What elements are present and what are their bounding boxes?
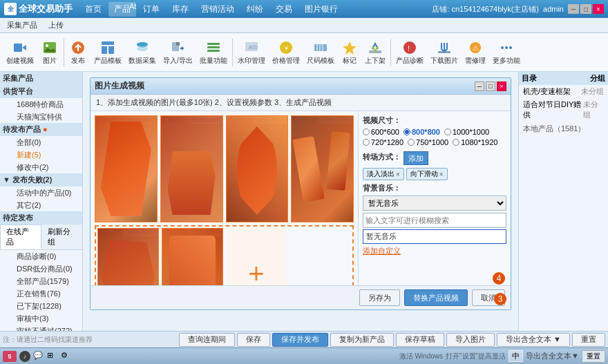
add-custom-music[interactable]: 添加自定义 xyxy=(363,246,506,256)
sidebar-dsr[interactable]: DSR低分商品(0) xyxy=(10,262,82,275)
tag-fade-close[interactable]: × xyxy=(396,171,400,178)
rs-item-2[interactable]: 适合对节日DIY赠供 未分组 xyxy=(519,98,608,122)
svg-text:⚠: ⚠ xyxy=(473,44,479,52)
sidebar-fail-header[interactable]: ▼ 发布失败(2) xyxy=(0,173,82,186)
activate-settings-link[interactable]: 打开"设置"提高显活 xyxy=(446,352,506,361)
tab-refresh-group[interactable]: 刷新分组 xyxy=(41,224,83,249)
toolbar2-collect[interactable]: 采集产品 xyxy=(3,19,41,31)
tb-image[interactable]: 图片 xyxy=(37,38,62,67)
sidebar-all-products[interactable]: 全部产品(1579) xyxy=(10,275,82,287)
sidebar-offline[interactable]: 已下架(1228) xyxy=(10,300,82,312)
sidebar-other[interactable]: 其它(2) xyxy=(10,199,82,211)
tb-publish[interactable]: 发布 xyxy=(66,38,91,67)
transition-add-btn[interactable]: 添加 xyxy=(403,151,428,165)
size-1080[interactable]: 1080*1920 xyxy=(453,138,497,146)
admin-name[interactable]: admin xyxy=(543,5,564,13)
more-icon xyxy=(498,39,515,56)
tb-create-video[interactable]: 创建视频 xyxy=(3,38,37,67)
rs-title-right: 分组 xyxy=(590,73,605,84)
size-800[interactable]: 800*800 xyxy=(403,128,440,136)
tb-more[interactable]: 更多功能 xyxy=(489,38,524,67)
close-btn[interactable]: × xyxy=(593,4,604,14)
sidebar-waiting-header[interactable]: 待发布产品 ● xyxy=(0,123,82,136)
img-cell-4[interactable]: ©JIN 1000×1000 xyxy=(291,115,354,222)
taskbar-chat-icon[interactable]: 💬 xyxy=(33,351,44,362)
tag-fade[interactable]: 淡入淡出 × xyxy=(363,168,404,180)
tb-repair[interactable]: ⚠ 需修理 xyxy=(462,38,489,67)
save-publish-btn[interactable]: 保存并发布 xyxy=(272,333,328,347)
tb-batch[interactable]: 批量功能 xyxy=(196,38,231,67)
nav-inventory[interactable]: 库存 xyxy=(167,2,194,17)
size-720[interactable]: 720*1280 xyxy=(363,138,403,146)
size-750[interactable]: 750*1000 xyxy=(408,138,448,146)
import-image-btn[interactable]: 导入图片 xyxy=(446,333,495,347)
tag-slide-close[interactable]: × xyxy=(439,171,444,178)
rs-item-1[interactable]: 机壳/变速框架 未分组 xyxy=(519,85,608,98)
img-cell-5[interactable]: ©JIN 1000×1000 xyxy=(97,228,159,285)
size-1000[interactable]: 1000*1000 xyxy=(444,128,489,136)
sidebar-diagnosis[interactable]: 商品诊断(0) xyxy=(10,250,82,262)
store-name: 店铺: cn154124674blyk(主店铺) xyxy=(432,4,539,15)
taskbar-settings-icon[interactable]: ⚙ xyxy=(61,351,72,362)
img-cell-3[interactable]: ©JIN 1000×1000 xyxy=(226,115,289,222)
tb-data-collect[interactable]: 数据采集 xyxy=(125,38,160,67)
img-cell-2[interactable]: ©JIN 1000×1000 xyxy=(160,115,223,222)
tb-watermark[interactable]: 水印 水印管理 xyxy=(234,38,269,67)
copy-product-btn[interactable]: 复制为新产品 xyxy=(330,333,394,347)
tag-slide[interactable]: 向下滑动 × xyxy=(406,168,448,180)
sidebar-collect-header[interactable]: 采集产品 xyxy=(0,72,82,85)
img-cell-6[interactable]: ©JIN 1000×1000 xyxy=(162,228,223,285)
sidebar-supply-header[interactable]: 供货平台 xyxy=(0,85,82,98)
nav-marketing[interactable]: 营销活动 xyxy=(196,2,240,17)
toolbar2-upload[interactable]: 上传 xyxy=(44,19,68,31)
sidebar-active-product[interactable]: 活动中的产品(0) xyxy=(10,186,82,199)
save-btn[interactable]: 保存 xyxy=(237,333,270,347)
nav-dispute[interactable]: 纠纷 xyxy=(241,2,269,17)
sidebar-1688[interactable]: 1688特价商品 xyxy=(10,98,82,111)
sidebar-editing[interactable]: 修改中(2) xyxy=(10,161,82,173)
download-icon xyxy=(436,39,453,56)
dialog-minimize-btn[interactable]: ─ xyxy=(475,82,484,91)
tb-diagnosis[interactable]: ! 产品诊断 xyxy=(392,38,427,67)
taskbar-reset-btn[interactable]: 重置 xyxy=(582,350,605,363)
tb-mark[interactable]: 标记 xyxy=(338,38,361,67)
tb-download[interactable]: 下载图片 xyxy=(427,38,462,67)
music-list-item-none[interactable]: 暂无音乐 xyxy=(363,230,506,243)
taskbar-language[interactable]: 中 xyxy=(509,350,523,362)
sidebar-new[interactable]: 新建(5) xyxy=(10,149,82,161)
taskbar-grid-icon[interactable]: ⊞ xyxy=(47,351,58,362)
dialog-close-btn[interactable]: × xyxy=(497,82,506,91)
size-600[interactable]: 600*600 xyxy=(363,128,399,136)
minimize-btn[interactable]: ─ xyxy=(568,4,579,14)
img-cell-1[interactable]: ©JIN 1000×1000 xyxy=(95,115,158,222)
reset-btn[interactable]: 重置 xyxy=(572,333,605,347)
taskbar-logo[interactable]: 5 xyxy=(3,351,17,362)
sidebar-all[interactable]: 全部(0) xyxy=(10,136,82,149)
tab-online[interactable]: 在线产品 xyxy=(0,224,41,249)
nav-order[interactable]: 订单 xyxy=(137,2,165,17)
dialog-restore-btn[interactable]: □ xyxy=(486,82,495,91)
nav-image-bank[interactable]: 图片银行 xyxy=(299,2,343,17)
music-search-input[interactable] xyxy=(363,213,506,228)
tb-template[interactable]: 产品模板 xyxy=(91,38,125,67)
save-draft-btn[interactable]: 保存草稿 xyxy=(396,333,444,347)
export-text-btn[interactable]: 导出含全文本 ▼ xyxy=(497,333,570,347)
bg-music-select[interactable]: 暂无音乐 xyxy=(363,195,506,211)
nav-home[interactable]: 首页 xyxy=(79,2,107,17)
save-as-btn[interactable]: 另存为 xyxy=(359,289,400,306)
nav-trade[interactable]: 交易 xyxy=(270,2,298,17)
tb-size-template[interactable]: 尺码模板 xyxy=(303,38,338,67)
sidebar-selling[interactable]: 正在销售(76) xyxy=(10,287,82,300)
sidebar-rejected[interactable]: 审核不通过(272) xyxy=(10,325,82,331)
taskbar-mic-icon[interactable]: ♪ xyxy=(19,351,30,362)
tb-import-export[interactable]: 导入/导出 xyxy=(160,38,196,67)
sidebar-pending-header[interactable]: 待定发布 xyxy=(0,211,82,224)
maximize-btn[interactable]: □ xyxy=(580,4,591,14)
add-image-btn[interactable]: + xyxy=(226,228,287,285)
sidebar-taobao[interactable]: 天猫淘宝特供 xyxy=(10,111,82,123)
sidebar-reviewing[interactable]: 审核中(3) xyxy=(10,312,82,325)
tb-price[interactable]: ￥ 价格管理 xyxy=(269,38,303,67)
tb-shelf[interactable]: 上下架 xyxy=(361,38,389,67)
query-period-btn[interactable]: 查询连期间 xyxy=(179,333,235,347)
replace-video-btn[interactable]: 替换产品视频 xyxy=(404,289,468,306)
